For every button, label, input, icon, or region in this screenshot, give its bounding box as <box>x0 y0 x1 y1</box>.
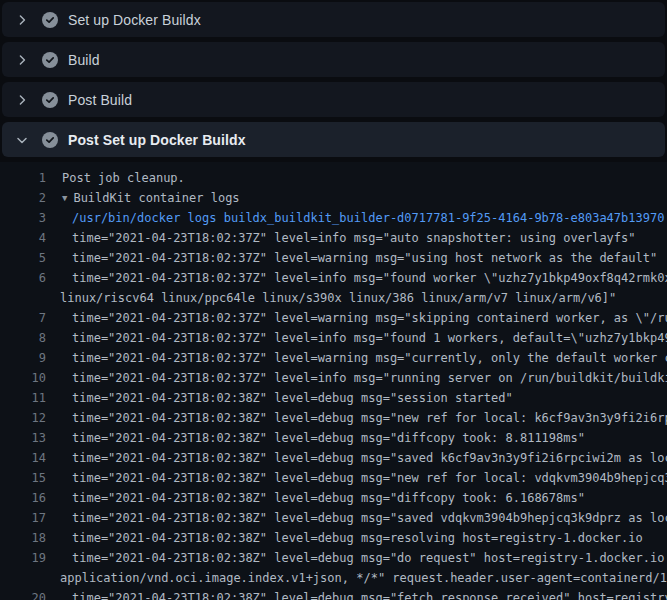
log-line: 11time="2021-04-23T18:02:38Z" level=debu… <box>0 388 667 408</box>
chevron-down-icon <box>14 132 30 148</box>
line-number[interactable]: 7 <box>0 308 46 328</box>
log-line: 7time="2021-04-23T18:02:37Z" level=warni… <box>0 308 667 328</box>
check-circle-icon <box>42 132 58 148</box>
log-line: 16time="2021-04-23T18:02:38Z" level=debu… <box>0 488 667 508</box>
log-text: time="2021-04-23T18:02:37Z" level=info m… <box>72 368 667 388</box>
line-number[interactable]: 4 <box>0 228 46 248</box>
line-number[interactable]: 19 <box>0 548 46 568</box>
line-number[interactable]: 5 <box>0 248 46 268</box>
log-line: 19time="2021-04-23T18:02:38Z" level=debu… <box>0 548 667 568</box>
line-number[interactable]: 11 <box>0 388 46 408</box>
log-text: time="2021-04-23T18:02:38Z" level=debug … <box>72 528 643 548</box>
log-text: time="2021-04-23T18:02:38Z" level=debug … <box>72 548 667 568</box>
log-text: time="2021-04-23T18:02:37Z" level=info m… <box>72 228 636 248</box>
line-number[interactable]: 15 <box>0 468 46 488</box>
log-text: Post job cleanup. <box>62 168 185 188</box>
log-text: time="2021-04-23T18:02:37Z" level=info m… <box>72 328 667 348</box>
log-text: time="2021-04-23T18:02:38Z" level=debug … <box>72 428 585 448</box>
line-number[interactable]: 18 <box>0 528 46 548</box>
log-text: time="2021-04-23T18:02:38Z" level=debug … <box>72 588 667 600</box>
log-line: 1Post job cleanup. <box>0 168 667 188</box>
log-text[interactable]: BuildKit container logs <box>73 188 239 208</box>
chevron-right-icon <box>14 12 30 28</box>
step-label: Post Build <box>68 92 132 108</box>
line-number[interactable]: 13 <box>0 428 46 448</box>
log-text: time="2021-04-23T18:02:37Z" level=warnin… <box>72 248 657 268</box>
step-row-set-up-docker-buildx[interactable]: Set up Docker Buildx <box>2 2 665 37</box>
line-number[interactable]: 16 <box>0 488 46 508</box>
line-number[interactable]: 10 <box>0 368 46 388</box>
line-number[interactable]: 2 <box>0 188 46 208</box>
log-line: 3/usr/bin/docker logs buildx_buildkit_bu… <box>0 208 667 228</box>
log-line: 14time="2021-04-23T18:02:38Z" level=debu… <box>0 448 667 468</box>
log-command-text: /usr/bin/docker logs buildx_buildkit_bui… <box>72 208 664 228</box>
line-number[interactable]: 17 <box>0 508 46 528</box>
line-number <box>0 568 46 588</box>
check-circle-icon <box>42 12 58 28</box>
log-text: time="2021-04-23T18:02:38Z" level=debug … <box>72 508 667 528</box>
group-collapse-triangle-icon[interactable]: ▼ <box>62 188 67 208</box>
check-circle-icon <box>42 92 58 108</box>
line-number[interactable]: 1 <box>0 168 46 188</box>
log-line: 9time="2021-04-23T18:02:37Z" level=warni… <box>0 348 667 368</box>
step-row-post-build[interactable]: Post Build <box>2 82 665 117</box>
line-number[interactable]: 14 <box>0 448 46 468</box>
log-line: 2▼BuildKit container logs <box>0 188 667 208</box>
log-line: 20time="2021-04-23T18:02:38Z" level=debu… <box>0 588 667 600</box>
chevron-right-icon <box>14 52 30 68</box>
log-line: 13time="2021-04-23T18:02:38Z" level=debu… <box>0 428 667 448</box>
log-text: time="2021-04-23T18:02:38Z" level=debug … <box>72 468 667 488</box>
log-line: 10time="2021-04-23T18:02:37Z" level=info… <box>0 368 667 388</box>
actions-log-viewer: Set up Docker BuildxBuildPost BuildPost … <box>0 0 667 600</box>
log-panel: 1Post job cleanup.2▼BuildKit container l… <box>0 162 667 600</box>
log-line: 5time="2021-04-23T18:02:37Z" level=warni… <box>0 248 667 268</box>
step-list: Set up Docker BuildxBuildPost BuildPost … <box>0 0 667 162</box>
log-line: 15time="2021-04-23T18:02:38Z" level=debu… <box>0 468 667 488</box>
line-number[interactable]: 8 <box>0 328 46 348</box>
line-number[interactable]: 6 <box>0 268 46 288</box>
log-text: time="2021-04-23T18:02:37Z" level=warnin… <box>72 308 667 328</box>
line-number[interactable]: 3 <box>0 208 46 228</box>
log-line: 4time="2021-04-23T18:02:37Z" level=info … <box>0 228 667 248</box>
step-label: Post Set up Docker Buildx <box>68 132 246 148</box>
log-line-continuation: application/vnd.oci.image.index.v1+json,… <box>0 568 667 588</box>
log-text: time="2021-04-23T18:02:38Z" level=debug … <box>72 488 585 508</box>
chevron-right-icon <box>14 92 30 108</box>
line-number[interactable]: 9 <box>0 348 46 368</box>
log-line-continuation: linux/riscv64 linux/ppc64le linux/s390x … <box>0 288 667 308</box>
step-row-build[interactable]: Build <box>2 42 665 77</box>
log-line: 17time="2021-04-23T18:02:38Z" level=debu… <box>0 508 667 528</box>
log-text: time="2021-04-23T18:02:37Z" level=warnin… <box>72 348 667 368</box>
log-text: application/vnd.oci.image.index.v1+json,… <box>60 568 667 588</box>
log-text: time="2021-04-23T18:02:37Z" level=info m… <box>72 268 667 288</box>
log-line: 18time="2021-04-23T18:02:38Z" level=debu… <box>0 528 667 548</box>
log-line: 6time="2021-04-23T18:02:37Z" level=info … <box>0 268 667 288</box>
line-number <box>0 288 46 308</box>
log-line: 12time="2021-04-23T18:02:38Z" level=debu… <box>0 408 667 428</box>
line-number[interactable]: 20 <box>0 588 46 600</box>
line-number[interactable]: 12 <box>0 408 46 428</box>
log-text: time="2021-04-23T18:02:38Z" level=debug … <box>72 448 667 468</box>
log-text: linux/riscv64 linux/ppc64le linux/s390x … <box>60 288 616 308</box>
step-row-post-set-up-docker-buildx[interactable]: Post Set up Docker Buildx <box>2 122 665 157</box>
log-text: time="2021-04-23T18:02:38Z" level=debug … <box>72 388 513 408</box>
step-label: Set up Docker Buildx <box>68 12 201 28</box>
log-line: 8time="2021-04-23T18:02:37Z" level=info … <box>0 328 667 348</box>
log-text: time="2021-04-23T18:02:38Z" level=debug … <box>72 408 667 428</box>
step-label: Build <box>68 52 100 68</box>
check-circle-icon <box>42 52 58 68</box>
